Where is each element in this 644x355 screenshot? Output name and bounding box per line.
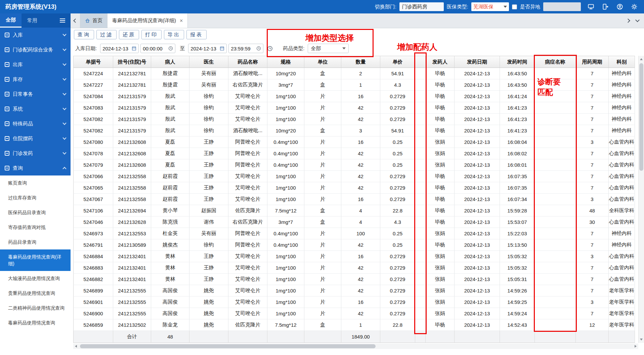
table-row[interactable]: 52470652412132558赵前霞王静艾司唑仑片1mg*100片420.2…	[73, 182, 644, 194]
scroll-up-arrow-icon[interactable]	[640, 58, 643, 60]
table-cell: 16:41:23	[500, 114, 535, 125]
tab-active[interactable]: 毒麻药品使用情况查询(详细) ×	[108, 13, 188, 28]
clock-icon[interactable]	[267, 46, 273, 51]
sidebar-item-daily-affairs[interactable]: 日常事务	[0, 87, 71, 102]
table-row[interactable]: 52469002412132555高国俊姚尧艾司唑仑片1mg*100片420.2…	[73, 308, 644, 319]
sidebar-subitem-narcotic-usage-detail-query[interactable]: 毒麻药品使用情况查询(详细)	[0, 249, 71, 271]
table-cell: 王静	[189, 171, 228, 182]
sidebar-subitem-ledger-query[interactable]: 账页查询	[0, 175, 71, 190]
scroll-right-arrow-icon[interactable]	[635, 345, 637, 348]
sidebar-item-special-drugs[interactable]: 特殊药品	[0, 116, 71, 131]
sidebar-tab-all[interactable]: 全部	[0, 13, 22, 28]
toolbar-button-query[interactable]: 查询	[74, 30, 94, 39]
table-row[interactable]: 52470462412132628陈克强谢伟右佐匹克隆片3mg*7盒44.3毕杨…	[73, 216, 644, 228]
scrollbar-thumb[interactable]	[639, 63, 643, 171]
scroll-left-arrow-icon[interactable]	[75, 345, 77, 348]
table-cell: 片	[304, 91, 341, 102]
table-cell: 2024-12-13	[455, 114, 500, 125]
toolbar-button-report[interactable]: 报表	[186, 30, 207, 39]
table-row[interactable]: 52470822412131579殷武徐钧艾司唑仑片1mg*100片420.27…	[73, 114, 644, 125]
hamburger-icon[interactable]	[60, 13, 71, 28]
table-cell	[415, 285, 426, 297]
tab-scroll-left-button[interactable]	[71, 13, 80, 28]
sidebar-subitem-valuable-drug-usage-query[interactable]: 贵重药品使用情况查询	[0, 286, 71, 301]
sidebar-subitem-infusion-usage-query[interactable]: 大输液药品使用情况查询	[0, 271, 71, 286]
table-row[interactable]: 52470782412132608夏磊王静阿普唑仑片0.4mg*100片420.…	[73, 148, 644, 159]
toolbar-button-restore[interactable]: 还原	[119, 30, 139, 39]
horizontal-scrollbar[interactable]	[73, 344, 638, 349]
sidebar-item-outpatient-dispensing-business[interactable]: 门诊配药综合业务	[0, 42, 71, 57]
table-cell: 0.2729	[380, 274, 415, 285]
table-row[interactable]: 52470842412131579殷武徐钧艾司唑仑片1mg*100片160.27…	[73, 91, 644, 102]
table-row[interactable]: 52468822412132401黄林王静艾司唑仑片1mg*100片420.27…	[73, 274, 644, 285]
table-row[interactable]: 52467912412130589姚俊杰徐钧阿普唑仑片0.4mg*100片420…	[73, 239, 644, 251]
dept-input[interactable]: 门诊西药房	[399, 2, 444, 11]
table-row[interactable]: 52469012412132555高国俊姚尧艾司唑仑片1mg*100片160.2…	[73, 297, 644, 308]
settings-gear-icon[interactable]	[630, 2, 639, 11]
insurance-select[interactable]: 芜湖医保	[471, 2, 509, 11]
toolbar-button-export[interactable]: 导出	[164, 30, 184, 39]
scroll-down-arrow-icon[interactable]	[640, 339, 643, 341]
table-row[interactable]: 52469732412132553杜金英吴有丽阿普唑仑片0.4mg*100片10…	[73, 228, 644, 239]
sidebar-subitem-deposit-borrow-query[interactable]: 寄存借药查询对抵	[0, 220, 71, 235]
date-from-input[interactable]: 2024-12-13	[100, 44, 139, 53]
tab-scroll-right-button[interactable]	[623, 13, 633, 28]
monitor-icon[interactable]	[587, 2, 595, 11]
table-row[interactable]: 52470822412131579殷武徐钧酒石酸唑吡...10mg*20盒354…	[73, 125, 644, 136]
sidebar-item-outbound[interactable]: 出库	[0, 57, 71, 72]
tabbar-right-controls	[623, 13, 644, 28]
table-row[interactable]: 52468992412132555高国俊姚尧艾司唑仑片1mg*100片420.2…	[73, 285, 644, 297]
remote-checkbox[interactable]	[512, 4, 517, 9]
sidebar-item-inbound[interactable]: 入库	[0, 28, 71, 42]
sidebar-subitem-insurance-drug-catalog-query[interactable]: 医保药品目录查询	[0, 205, 71, 220]
table-row[interactable]: 52470662412132558赵前霞王静艾司唑仑片1mg*100片420.2…	[73, 171, 644, 182]
table-cell: 片	[304, 114, 341, 125]
tab-home[interactable]: 首页	[80, 13, 108, 28]
table-row[interactable]: 52468842412132401黄林王静艾司唑仑片1mg*100片160.27…	[73, 251, 644, 262]
extra-input[interactable]	[543, 2, 581, 11]
sidebar-subitem-narcotic-usage-query[interactable]: 毒麻药品使用情况查询	[0, 315, 71, 330]
vertical-scrollbar[interactable]	[638, 56, 644, 343]
table-row[interactable]: 52470832412131579殷武徐钧艾司唑仑片1mg*100片420.27…	[73, 102, 644, 114]
toolbar-button-print[interactable]: 打印	[141, 30, 162, 39]
sidebar-subitem-drug-catalog-query[interactable]: 药品目录查询	[0, 235, 71, 249]
table-row[interactable]: 52472242412132781殷捷霆吴有丽酒石酸唑吡...10mg*20盒2…	[73, 68, 644, 79]
sidebar-item-inventory[interactable]: 库存	[0, 72, 71, 87]
table-row[interactable]: 52472272412132781殷捷霆吴有丽右佐匹克隆片3mg*7盒14.3毕…	[73, 79, 644, 91]
table-cell: 0.2729	[380, 285, 415, 297]
drug-type-select[interactable]: 全部	[308, 44, 349, 53]
sidebar-subitem-psychotropic2-usage-query[interactable]: 二类精神药品使用情况查询	[0, 301, 71, 315]
time-from-input[interactable]: 00:00:00	[140, 44, 175, 53]
toolbar-button-filter[interactable]: 过滤	[96, 30, 117, 39]
sidebar-subitem-past-inventory-query[interactable]: 过往库存查询	[0, 190, 71, 205]
user-circle-icon[interactable]	[615, 2, 624, 11]
close-icon[interactable]: ×	[180, 18, 183, 24]
sidebar-item-query[interactable]: 查询	[0, 161, 71, 175]
table-row[interactable]: 52468832412132401黄林王静艾司唑仑片1mg*100片420.27…	[73, 262, 644, 274]
tab-list-button[interactable]	[633, 13, 642, 28]
sidebar-item-outpatient-issue[interactable]: 门诊发药	[0, 146, 71, 161]
table-row[interactable]: 52470802412132608夏磊王静阿普唑仑片0.4mg*100片160.…	[73, 136, 644, 148]
table-cell: 殷武	[151, 91, 189, 102]
sidebar-item-inpatient-dispensing[interactable]: 住院摆药	[0, 131, 71, 146]
table-cell: 7.5mg*12	[267, 319, 304, 331]
table-cell: 0.2729	[380, 182, 415, 194]
table-row[interactable]: 52470792412132608夏磊王静阿普唑仑片0.4mg*100片420.…	[73, 159, 644, 171]
table-row[interactable]: 52468592412132502陈金龙姚尧佐匹克隆片7.5mg*12盒122.…	[73, 319, 644, 331]
remote-label: 是否异地	[520, 4, 540, 10]
table-cell	[415, 182, 426, 194]
table-cell: 2024-12-13	[455, 297, 500, 308]
sidebar-item-label: 特殊药品	[13, 121, 63, 127]
table-cell: 毕杨	[426, 91, 455, 102]
date-to-input[interactable]: 2024-12-13	[188, 44, 227, 53]
table-row[interactable]: 52470672412132558赵前霞王静艾司唑仑片1mg*100片160.2…	[73, 194, 644, 205]
scrollbar-thumb[interactable]	[80, 344, 376, 348]
table-cell: 2024-12-13	[455, 262, 500, 274]
column-header: 单据号	[73, 56, 113, 68]
table-cell: 16:08:02	[500, 148, 535, 159]
sidebar-tab-common[interactable]: 常用	[22, 13, 43, 28]
sidebar-item-system[interactable]: 系统	[0, 102, 71, 116]
time-to-input[interactable]: 23:59:59	[228, 44, 263, 53]
table-row[interactable]: 52471062412132694黄小琴赵振国佐匹克隆片7.5mg*12盒422…	[73, 205, 644, 216]
logout-icon[interactable]	[601, 2, 610, 11]
